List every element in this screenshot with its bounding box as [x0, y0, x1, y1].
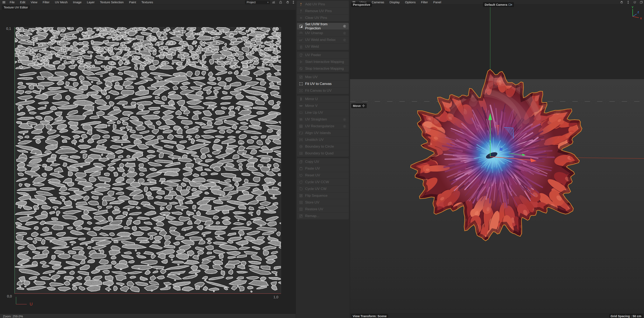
command-label: Boundary to Circle: [305, 145, 347, 149]
command-label: Cycle UV CCW: [305, 180, 347, 184]
command-label: Stop Interactive Mapping: [305, 67, 347, 71]
menu-item-paint[interactable]: Paint: [126, 0, 139, 4]
command-label: UV Unwrap: [305, 31, 342, 35]
max-uv-icon: [299, 75, 303, 79]
command-uv-straighten[interactable]: UV Straighten: [297, 116, 349, 123]
gear-glyph: [342, 118, 346, 122]
command-label: UV Peeler: [305, 53, 347, 57]
menu-item-display[interactable]: Display: [387, 0, 402, 4]
command-uv-unwrap[interactable]: UV Unwrap: [297, 30, 349, 36]
uv-corner-label-10: 1,0: [274, 295, 278, 299]
command-uv-weld[interactable]: [{]UV Weld: [297, 43, 349, 50]
view-label-perspective[interactable]: Perspective: [351, 2, 372, 7]
hamburger-menu-icon[interactable]: [2, 0, 6, 4]
vmove-glyph: [626, 0, 630, 4]
axis-orientation-gizmo[interactable]: Y Z X: [629, 6, 643, 21]
add-uv-pins-icon: [299, 2, 303, 6]
project-dropdown[interactable]: Project ▾: [245, 0, 270, 4]
command-fit-canvas-to-uv[interactable]: Fit Canvas to UV: [297, 87, 349, 94]
command-flip-sequence[interactable]: Flip Sequence: [297, 192, 349, 199]
command-set-uvw-from-projection[interactable]: Set UVW from Projection: [297, 23, 349, 30]
settings-gear-icon[interactable]: [342, 31, 347, 35]
chevron-down-icon: ▾: [267, 1, 268, 4]
menu-item-view[interactable]: View: [28, 0, 40, 4]
rotate-glyph: [633, 0, 636, 4]
command-uv-peeler[interactable]: UV Peeler: [297, 52, 349, 58]
command-reset-uv[interactable]: Reset UV: [297, 172, 349, 179]
menu-item-filter[interactable]: Filter: [40, 0, 52, 4]
command-mirror-v[interactable]: Mirror V: [297, 102, 349, 109]
gear-glyph: [342, 31, 346, 35]
uv-canvas[interactable]: [14, 27, 281, 294]
command-uv-weld-and-relax[interactable]: UV Weld and Relax: [297, 36, 349, 43]
command-restore-uv[interactable]: Restore UV: [297, 206, 349, 213]
settings-gear-icon[interactable]: [342, 124, 347, 128]
set-uvw-from-projection-icon: [299, 24, 303, 28]
u-axis-label: U: [30, 302, 32, 306]
copy-glyph: [299, 160, 303, 164]
command-remove-uv-pins[interactable]: Remove UV Pins: [297, 7, 349, 14]
menu-item-image[interactable]: Image: [70, 0, 84, 4]
menu-item-uv-mesh[interactable]: UV Mesh: [52, 0, 70, 4]
menu-item-panel[interactable]: Panel: [430, 0, 444, 4]
command-paste-uv[interactable]: Paste UV: [297, 165, 349, 172]
pin-glyph: [299, 2, 303, 6]
command-align-uv-islands[interactable]: Align UV Islands: [297, 130, 349, 136]
settings-gear-icon[interactable]: [342, 38, 347, 42]
hamburger-icon: [2, 0, 6, 4]
mirror-u-icon: [299, 97, 303, 101]
command-uv-rectangularize[interactable]: UV Rectangularize: [297, 123, 349, 130]
fituv-glyph: [299, 89, 303, 93]
maximize-icon[interactable]: [640, 0, 643, 5]
command-store-uv[interactable]: Store UV: [297, 199, 349, 206]
settings-gear-icon[interactable]: [342, 24, 347, 28]
command-max-uv[interactable]: Max UV: [297, 74, 349, 80]
command-label: Align UV Islands: [305, 131, 347, 135]
command-clear-uv-pins[interactable]: Clear UV Pins: [297, 14, 349, 21]
histogram-icon[interactable]: [272, 0, 276, 5]
hand-icon[interactable]: [620, 0, 624, 5]
command-remap[interactable]: Remap...: [297, 213, 349, 219]
menu-item-edit[interactable]: Edit: [17, 0, 28, 4]
command-unstitch-uv[interactable]: Unstitch UV: [297, 136, 349, 143]
gear-glyph: [342, 124, 346, 128]
command-label: Remap...: [305, 214, 347, 218]
tab-texture-uv-editor[interactable]: Texture UV Editor: [2, 5, 30, 10]
unstitch-glyph: [299, 138, 303, 142]
scene-canvas[interactable]: [350, 4, 644, 314]
command-cycle-uv-ccw[interactable]: Cycle UV CCW: [297, 179, 349, 185]
settings-gear-icon[interactable]: [342, 118, 347, 122]
vertical-move-icon[interactable]: [292, 0, 295, 5]
command-copy-uv[interactable]: Copy UV: [297, 158, 349, 165]
menu-item-layer[interactable]: Layer: [84, 0, 98, 4]
rotate-icon[interactable]: [633, 0, 636, 5]
lock-icon[interactable]: [279, 0, 282, 5]
menu-item-textures[interactable]: Textures: [139, 0, 156, 4]
menu-item-options[interactable]: Options: [402, 0, 418, 4]
command-fit-uv-to-canvas[interactable]: Fit UV to Canvas: [297, 80, 349, 87]
command-label: Max UV: [305, 75, 347, 79]
menu-item-texture-selection[interactable]: Texture Selection: [98, 0, 126, 4]
align-uv-islands-icon: [299, 131, 303, 135]
vertical-move-icon[interactable]: [626, 0, 630, 5]
default-camera-label[interactable]: Default Camera: [483, 2, 514, 7]
command-mirror-u[interactable]: Mirror U: [297, 96, 349, 102]
reset-glyph: [299, 173, 303, 177]
menu-item-filter[interactable]: Filter: [418, 0, 430, 4]
command-stop-interactive-mapping[interactable]: Stop Interactive Mapping: [297, 65, 349, 72]
move-icon: [362, 104, 365, 107]
command-boundary-to-circle[interactable]: Boundary to Circle: [297, 143, 349, 150]
command-start-interactive-mapping[interactable]: Start Interactive Mapping: [297, 58, 349, 65]
hand-icon[interactable]: [286, 0, 290, 5]
command-label: UV Weld: [305, 45, 347, 49]
command-cycle-uv-cw[interactable]: Cycle UV CW: [297, 185, 349, 192]
rectgrid-glyph: [299, 124, 303, 128]
uv-commands-panel: Add UV PinsRemove UV PinsClear UV PinsSe…: [296, 0, 350, 318]
perspective-viewport: ViewCamerasDisplayOptionsFilterPanel Per…: [350, 0, 644, 318]
menu-item-file[interactable]: File: [7, 0, 17, 4]
unwrap-glyph: [299, 31, 303, 35]
command-add-uv-pins[interactable]: Add UV Pins: [297, 1, 349, 7]
command-boundary-to-quad[interactable]: Boundary to Quad: [297, 150, 349, 157]
command-line-up-uv[interactable]: Line Up UV: [297, 109, 349, 116]
uv-editor-tabstrip: Texture UV Editor: [0, 4, 296, 10]
